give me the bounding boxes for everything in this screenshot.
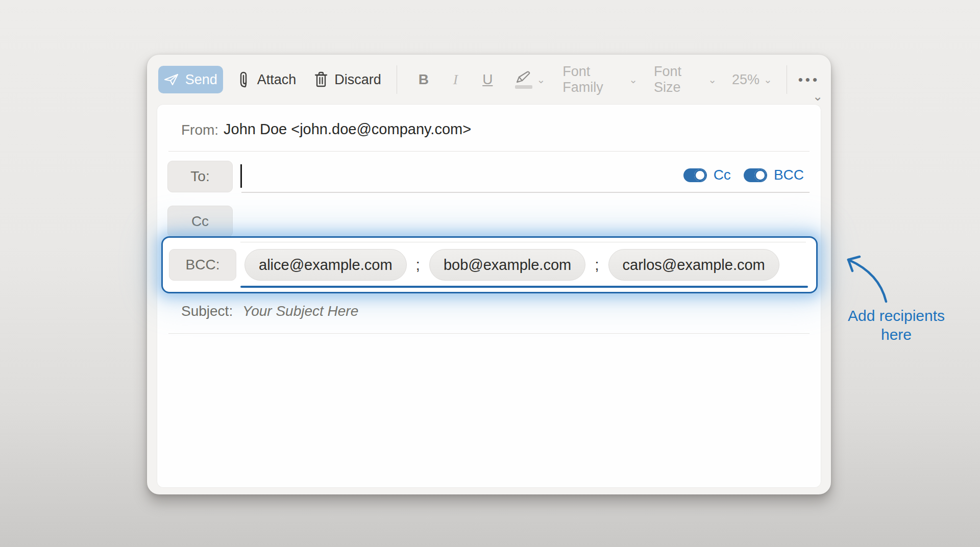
toolbar-divider xyxy=(787,65,787,94)
compose-toolbar: Send Attach Discard B I xyxy=(147,55,831,105)
bcc-toggle-label: BCC xyxy=(774,167,804,183)
annotation-arrow xyxy=(836,253,897,307)
chevron-down-icon: ⌄ xyxy=(764,73,772,86)
toolbar-divider xyxy=(397,65,397,94)
italic-button[interactable]: I xyxy=(453,71,458,88)
bcc-field-pill[interactable]: BCC: xyxy=(169,249,236,281)
send-label: Send xyxy=(185,72,217,88)
compose-window: Send Attach Discard B I xyxy=(147,55,831,494)
cc-field-pill[interactable]: Cc xyxy=(167,206,233,237)
subject-input[interactable]: Your Subject Here xyxy=(242,303,358,319)
toolbar-collapse-chevron-icon[interactable]: ⌄ xyxy=(813,89,823,104)
overflow-menu-button[interactable]: ••• xyxy=(798,72,820,88)
desktop-background: { "toolbar": { "send_label": "Send", "at… xyxy=(0,0,980,547)
bold-button[interactable]: B xyxy=(419,71,429,88)
send-button[interactable]: Send xyxy=(158,66,223,93)
paperclip-icon xyxy=(239,71,251,88)
divider xyxy=(168,151,810,152)
message-body-input[interactable] xyxy=(157,334,821,487)
attach-button[interactable]: Attach xyxy=(239,71,297,88)
bcc-field-highlighted[interactable]: BCC: alice@example.com ; bob@example.com… xyxy=(161,236,818,293)
font-family-dropdown[interactable]: Font Family ⌄ xyxy=(562,64,638,95)
highlight-pen-button[interactable]: ⌄ xyxy=(515,71,545,89)
recipient-separator: ; xyxy=(595,256,599,274)
chevron-down-icon: ⌄ xyxy=(536,73,545,86)
toggle-knob xyxy=(694,169,706,181)
font-size-dropdown[interactable]: Font Size ⌄ xyxy=(654,64,717,95)
recipient-toggles: Cc BCC xyxy=(683,167,804,183)
from-label: From: xyxy=(181,122,218,138)
cc-toggle-label: Cc xyxy=(714,167,731,183)
divider xyxy=(241,192,810,193)
toggle-knob xyxy=(754,169,766,181)
subject-label: Subject: xyxy=(181,303,233,319)
trash-icon xyxy=(314,71,328,88)
from-value: John Doe <john.doe@company.com> xyxy=(224,121,471,138)
compose-card: From: John Doe <john.doe@company.com> To… xyxy=(157,105,821,487)
send-plane-icon xyxy=(164,73,179,86)
discard-button[interactable]: Discard xyxy=(314,71,381,88)
recipient-chip[interactable]: carlos@example.com xyxy=(608,249,779,281)
discard-label: Discard xyxy=(334,72,381,88)
highlighter-pen-icon xyxy=(515,71,532,89)
bcc-toggle[interactable] xyxy=(744,168,767,182)
to-field-pill[interactable]: To: xyxy=(167,161,233,192)
zoom-value: 25% xyxy=(732,72,760,88)
divider xyxy=(240,242,806,242)
bcc-input-underline xyxy=(240,286,808,288)
recipient-separator: ; xyxy=(416,256,420,274)
cc-toggle[interactable] xyxy=(683,168,707,182)
chevron-down-icon: ⌄ xyxy=(708,73,717,86)
annotation-label: Add recipients here xyxy=(836,306,957,344)
divider xyxy=(168,333,810,334)
recipient-chip[interactable]: bob@example.com xyxy=(429,249,585,281)
underline-button[interactable]: U xyxy=(482,71,493,88)
recipient-chip[interactable]: alice@example.com xyxy=(244,249,407,281)
font-size-label: Font Size xyxy=(654,64,704,95)
font-family-label: Font Family xyxy=(562,64,625,95)
highlight-color-swatch xyxy=(515,85,532,89)
chevron-down-icon: ⌄ xyxy=(629,73,638,86)
zoom-dropdown[interactable]: 25% ⌄ xyxy=(732,72,772,88)
attach-label: Attach xyxy=(257,72,297,88)
to-input[interactable] xyxy=(239,160,637,192)
